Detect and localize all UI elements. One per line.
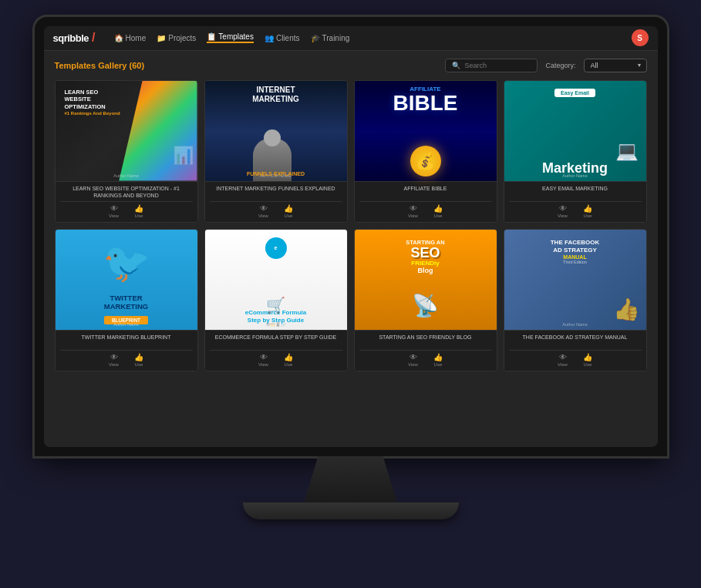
template-card-facebook[interactable]: THE FACEBOOKAD STRATEGY MANUAL Third Edi… <box>504 229 647 371</box>
view-btn-affiliate[interactable]: 👁 View <box>408 204 418 218</box>
nav-item-templates[interactable]: 📋 Templates <box>207 32 254 43</box>
use-label-ecommerce: Use <box>285 362 293 367</box>
gallery-title: Templates Gallery (60) <box>55 61 145 70</box>
seo-illustration: 📊 <box>173 146 194 166</box>
view-icon-facebook: 👁 <box>559 353 567 361</box>
use-label-affiliate: Use <box>434 213 443 218</box>
search-box[interactable]: 🔍 <box>445 59 538 72</box>
use-btn-ecommerce[interactable]: 👍 Use <box>284 353 293 367</box>
nav-item-home[interactable]: 🏠 Home <box>114 34 147 42</box>
view-icon-seo: 👁 <box>110 204 118 213</box>
template-card-internet[interactable]: INTERNETMARKETING FUNNELS EXPLAINED AUTH… <box>204 80 348 223</box>
template-card-seo2[interactable]: STARTING AN SEO FRIENDly Blog 📡 STARTING… <box>354 229 497 371</box>
template-info-seo2: STARTING AN SEO FRIENDLY BLOG 👁 View 👍 U… <box>355 330 497 371</box>
seo2-blog: Blog <box>406 267 444 274</box>
screen: sqribble / 🏠 Home 📁 Projects 📋 Templates <box>44 26 658 447</box>
use-btn-seo2[interactable]: 👍 Use <box>433 353 443 367</box>
app-nav: sqribble / 🏠 Home 📁 Projects 📋 Templates <box>44 26 658 51</box>
view-btn-internet[interactable]: 👁 View <box>258 204 268 218</box>
gallery-controls: 🔍 Category: All Marketing SEO Social Med… <box>445 59 646 72</box>
internet-subtitle: FUNNELS EXPLAINED <box>247 171 305 176</box>
template-card-email[interactable]: Easy Email Marketing 💻 Author Name EASY … <box>504 80 647 223</box>
facebook-manual-label: MANUAL <box>551 254 600 260</box>
view-icon-ecommerce: 👁 <box>260 353 268 361</box>
training-icon: 🎓 <box>311 34 320 42</box>
affiliate-main: BIBLE <box>393 92 458 114</box>
template-card-seo[interactable]: LEARN SEOWEBSITEOPTIMIZATION #1 Rankings… <box>55 80 198 223</box>
template-card-affiliate[interactable]: AFFILIATE BIBLE 💰 AFFILIATE BIBLE 👁 View <box>354 80 497 223</box>
view-btn-seo2[interactable]: 👁 View <box>408 353 418 367</box>
ecommerce-logo-e: e <box>265 237 287 259</box>
category-select[interactable]: All Marketing SEO Social Media Ecommerce <box>584 59 647 72</box>
template-name-twitter: TWITTER MARKETING BLUEPRINT <box>60 334 193 348</box>
use-icon-seo: 👍 <box>134 204 143 213</box>
use-icon-seo2: 👍 <box>433 353 443 361</box>
template-info-affiliate: AFFILIATE BIBLE 👁 View 👍 Use <box>355 181 497 222</box>
use-label-facebook: Use <box>584 362 592 367</box>
nav-item-projects[interactable]: 📁 Projects <box>157 34 196 42</box>
view-btn-facebook[interactable]: 👁 View <box>558 353 568 367</box>
template-actions-twitter: 👁 View 👍 Use <box>60 350 193 369</box>
template-actions-seo2: 👁 View 👍 Use <box>359 350 492 369</box>
view-icon-email: 👁 <box>559 204 567 213</box>
gallery-header: Templates Gallery (60) 🔍 Category: All M… <box>55 59 647 72</box>
twitter-bird: 🐦 <box>103 240 150 285</box>
seo2-title-area: STARTING AN SEO FRIENDly Blog <box>406 234 444 274</box>
logo-text: sqribble <box>53 32 89 44</box>
template-actions-email: 👁 View 👍 Use <box>509 201 642 220</box>
cover-facebook: THE FACEBOOKAD STRATEGY MANUAL Third Edi… <box>504 230 646 330</box>
ecommerce-icons-row: ⚙💳📱🔗 <box>266 322 286 327</box>
use-btn-seo[interactable]: 👍 Use <box>134 204 143 218</box>
nav-label-home: Home <box>126 34 147 42</box>
facebook-edition: Third Edition <box>551 260 600 264</box>
use-icon-internet: 👍 <box>284 204 293 213</box>
search-icon: 🔍 <box>452 62 460 69</box>
view-btn-ecommerce[interactable]: 👁 View <box>258 353 268 367</box>
cover-ecommerce: e eCommerce FormulaStep by Step Guide 🛒 … <box>205 230 347 330</box>
nav-item-clients[interactable]: 👥 Clients <box>265 34 300 42</box>
view-btn-seo[interactable]: 👁 View <box>109 204 119 218</box>
use-label-twitter: Use <box>135 362 143 367</box>
logo-slash: / <box>92 31 95 45</box>
view-btn-email[interactable]: 👁 View <box>558 204 568 218</box>
use-btn-email[interactable]: 👍 Use <box>583 204 592 218</box>
template-info-seo: LEARN SEO WEBSITE OPTIMIZATION - #1 RANK… <box>56 181 197 222</box>
view-label-seo: View <box>109 213 119 218</box>
template-info-email: EASY EMAIL MARKETING 👁 View 👍 Use <box>504 181 646 222</box>
projects-icon: 📁 <box>157 34 166 42</box>
view-btn-twitter[interactable]: 👁 View <box>109 353 119 367</box>
template-card-twitter[interactable]: 🐦 TWITTERMARKETING BLUEPRINT Author Name… <box>55 229 198 371</box>
cover-seo2: STARTING AN SEO FRIENDly Blog 📡 <box>355 230 497 330</box>
nav-item-training[interactable]: 🎓 Training <box>311 34 350 42</box>
category-select-wrapper: All Marketing SEO Social Media Ecommerce <box>584 59 647 72</box>
cover-seo: LEARN SEOWEBSITEOPTIMIZATION #1 Rankings… <box>56 81 197 181</box>
seo-cover-title: LEARN SEOWEBSITEOPTIMIZATION <box>65 89 120 111</box>
use-btn-internet[interactable]: 👍 Use <box>284 204 293 218</box>
twitter-title-area: TWITTERMARKETING BLUEPRINT <box>104 294 149 325</box>
use-label-seo2: Use <box>434 362 443 367</box>
use-icon-email: 👍 <box>583 204 592 213</box>
view-label-ecommerce: View <box>258 362 268 367</box>
logo: sqribble / <box>53 31 96 45</box>
user-avatar[interactable]: S <box>632 29 649 46</box>
rss-icon: 📡 <box>412 293 439 318</box>
cover-affiliate: AFFILIATE BIBLE 💰 <box>355 81 497 181</box>
use-btn-twitter[interactable]: 👍 Use <box>134 353 143 367</box>
use-icon-twitter: 👍 <box>134 353 143 361</box>
use-icon-facebook: 👍 <box>583 353 592 361</box>
facebook-main-title: THE FACEBOOKAD STRATEGY <box>551 239 600 255</box>
facebook-thumb-icon: 👍 <box>613 297 640 322</box>
internet-title: INTERNETMARKETING <box>252 86 299 104</box>
search-input[interactable] <box>464 62 531 69</box>
template-card-ecommerce[interactable]: e eCommerce FormulaStep by Step Guide 🛒 … <box>204 229 348 371</box>
seo2-main: SEO <box>406 246 444 260</box>
use-btn-affiliate[interactable]: 👍 Use <box>433 204 443 218</box>
template-actions-seo: 👁 View 👍 Use <box>60 201 193 220</box>
template-name-affiliate: AFFILIATE BIBLE <box>359 185 492 199</box>
template-actions-internet: 👁 View 👍 Use <box>210 201 342 220</box>
template-name-seo2: STARTING AN SEO FRIENDLY BLOG <box>359 334 492 348</box>
seo-rainbow-decoration <box>119 81 197 181</box>
cover-internet: INTERNETMARKETING FUNNELS EXPLAINED AUTH… <box>205 81 347 181</box>
nav-label-clients: Clients <box>276 34 300 42</box>
use-btn-facebook[interactable]: 👍 Use <box>583 353 592 367</box>
